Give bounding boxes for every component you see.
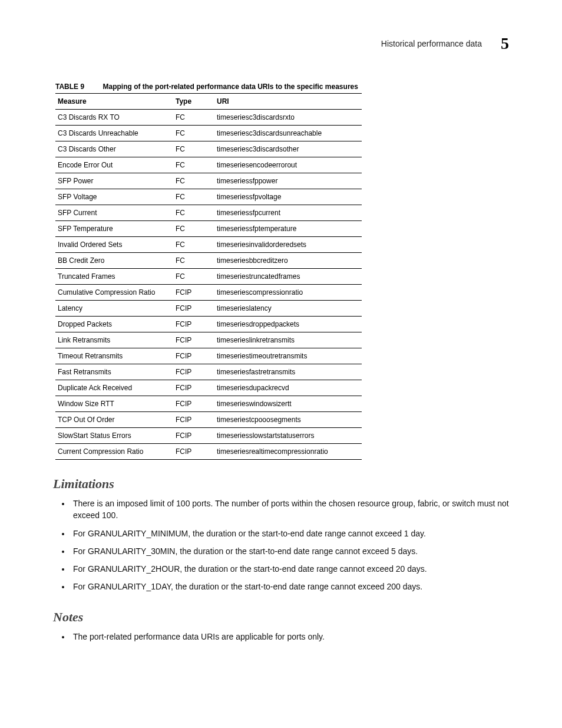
cell-measure: C3 Discards Unreachable [55,126,173,141]
cell-measure: BB Credit Zero [55,253,173,269]
col-header-measure: Measure [55,94,173,110]
notes-list: The port-related performance data URIs a… [58,631,509,643]
cell-type: FC [173,237,214,253]
cell-type: FC [173,157,214,173]
table-label: TABLE 9 [55,83,84,91]
limitations-heading: Limitations [53,476,509,492]
cell-uri: timeseriesrealtimecompressionratio [214,444,362,460]
table-row: C3 Discards OtherFCtimeseriesc3discardso… [55,141,362,157]
cell-type: FCIP [173,444,214,460]
cell-uri: timeseriesdroppedpackets [214,317,362,332]
table-row: Duplicate Ack ReceivedFCIPtimeseriesdupa… [55,380,362,396]
cell-measure: Link Retransmits [55,332,173,348]
cell-measure: C3 Discards Other [55,141,173,157]
cell-measure: Cumulative Compression Ratio [55,285,173,301]
cell-uri: timeseriesc3discardsother [214,141,362,157]
cell-measure: Timeout Retransmits [55,348,173,364]
running-header: Historical performance data 5 [381,34,509,53]
table-row: C3 Discards RX TOFCtimeseriesc3discardsr… [55,110,362,126]
list-item: For GRANULARITY_30MIN, the duration or t… [71,545,509,557]
col-header-type: Type [173,94,214,110]
table-row: C3 Discards UnreachableFCtimeseriesc3dis… [55,126,362,141]
table-title: Mapping of the port-related performance … [103,83,358,91]
table-row: Window Size RTTFCIPtimeserieswindowsizer… [55,396,362,412]
cell-measure: C3 Discards RX TO [55,110,173,126]
table-row: Fast RetransmitsFCIPtimeseriesfastretran… [55,364,362,380]
table-row: Invalid Ordered SetsFCtimeseriesinvalido… [55,237,362,253]
cell-measure: Fast Retransmits [55,364,173,380]
table-row: Cumulative Compression RatioFCIPtimeseri… [55,285,362,301]
notes-heading: Notes [53,610,509,625]
table-row: Dropped PacketsFCIPtimeseriesdroppedpack… [55,317,362,332]
cell-type: FCIP [173,301,214,317]
cell-uri: timeseriestcpooosegments [214,412,362,428]
table-row: Truncated FramesFCtimeseriestruncatedfra… [55,269,362,285]
cell-type: FC [173,126,214,141]
table-row: SFP PowerFCtimeseriessfppower [55,173,362,189]
cell-type: FC [173,269,214,285]
page: Historical performance data 5 TABLE 9 Ma… [0,0,562,728]
cell-measure: SFP Current [55,205,173,221]
cell-type: FC [173,173,214,189]
cell-uri: timeseriescompressionratio [214,285,362,301]
table-row: Link RetransmitsFCIPtimeserieslinkretran… [55,332,362,348]
cell-uri: timeseriessfppower [214,173,362,189]
cell-measure: SFP Temperature [55,221,173,237]
uri-mapping-table: Measure Type URI C3 Discards RX TOFCtime… [55,93,362,460]
cell-uri: timeserieslinkretransmits [214,332,362,348]
running-title: Historical performance data [381,39,482,48]
list-item: For GRANULARITY_MINIMUM, the duration or… [71,528,509,539]
list-item: For GRANULARITY_2HOUR, the duration or t… [71,563,509,575]
cell-uri: timeseriesinvalidorderedsets [214,237,362,253]
cell-uri: timeseriesbbcreditzero [214,253,362,269]
cell-measure: Invalid Ordered Sets [55,237,173,253]
cell-uri: timeseriesfastretransmits [214,364,362,380]
cell-uri: timeseriessfpcurrent [214,205,362,221]
cell-measure: SlowStart Status Errors [55,428,173,444]
table-row: SFP CurrentFCtimeseriessfpcurrent [55,205,362,221]
cell-type: FCIP [173,396,214,412]
cell-type: FCIP [173,364,214,380]
chapter-number: 5 [501,34,509,53]
cell-type: FC [173,141,214,157]
cell-type: FC [173,189,214,205]
col-header-uri: URI [214,94,362,110]
cell-type: FC [173,205,214,221]
cell-measure: Duplicate Ack Received [55,380,173,396]
cell-measure: Latency [55,301,173,317]
list-item: There is an imposed limit of 100 ports. … [71,498,509,522]
list-item: The port-related performance data URIs a… [71,631,509,643]
table-row: Current Compression RatioFCIPtimeseriesr… [55,444,362,460]
cell-measure: SFP Voltage [55,189,173,205]
cell-type: FCIP [173,380,214,396]
cell-uri: timeserieswindowsizertt [214,396,362,412]
cell-measure: Dropped Packets [55,317,173,332]
cell-measure: SFP Power [55,173,173,189]
cell-type: FCIP [173,332,214,348]
cell-type: FCIP [173,285,214,301]
table-row: SlowStart Status ErrorsFCIPtimeseriesslo… [55,428,362,444]
table-row: BB Credit ZeroFCtimeseriesbbcreditzero [55,253,362,269]
table-caption: TABLE 9 Mapping of the port-related perf… [55,83,509,91]
table-row: Encode Error OutFCtimeseriesencodeerroro… [55,157,362,173]
cell-uri: timeseriessfpvoltage [214,189,362,205]
cell-measure: Current Compression Ratio [55,444,173,460]
cell-uri: timeseriesc3discardsunreachable [214,126,362,141]
cell-uri: timeseriesdupackrecvd [214,380,362,396]
cell-type: FC [173,221,214,237]
cell-uri: timeseriestruncatedframes [214,269,362,285]
cell-type: FC [173,110,214,126]
table-row: TCP Out Of OrderFCIPtimeseriestcpooosegm… [55,412,362,428]
page-content: TABLE 9 Mapping of the port-related perf… [53,83,509,643]
cell-uri: timeseriesencodeerrorout [214,157,362,173]
cell-measure: Encode Error Out [55,157,173,173]
cell-uri: timeserieslatency [214,301,362,317]
cell-uri: timeseriestimeoutretransmits [214,348,362,364]
cell-type: FC [173,253,214,269]
table-row: Timeout RetransmitsFCIPtimeseriestimeout… [55,348,362,364]
table-row: SFP TemperatureFCtimeseriessfptemperatur… [55,221,362,237]
table-header-row: Measure Type URI [55,94,362,110]
table-row: SFP VoltageFCtimeseriessfpvoltage [55,189,362,205]
cell-uri: timeseriesslowstartstatuserrors [214,428,362,444]
cell-uri: timeseriesc3discardsrxto [214,110,362,126]
